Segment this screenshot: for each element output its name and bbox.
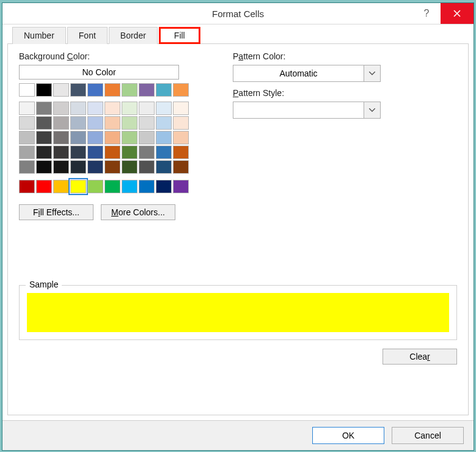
theme-colors-row1 bbox=[19, 83, 202, 97]
color-swatch[interactable] bbox=[173, 180, 189, 193]
title-bar: Format Cells ? bbox=[2, 3, 474, 24]
color-swatch[interactable] bbox=[139, 102, 155, 115]
color-swatch[interactable] bbox=[19, 180, 35, 193]
color-swatch[interactable] bbox=[156, 116, 172, 130]
color-swatch[interactable] bbox=[87, 160, 103, 174]
background-color-label: Background Color: bbox=[19, 51, 202, 61]
color-swatch[interactable] bbox=[70, 83, 86, 97]
color-swatch[interactable] bbox=[139, 116, 155, 130]
pattern-color-value: Automatic bbox=[233, 69, 364, 78]
color-swatch[interactable] bbox=[173, 102, 189, 115]
color-swatch[interactable] bbox=[139, 131, 155, 144]
color-swatch[interactable] bbox=[19, 116, 35, 130]
color-swatch[interactable] bbox=[36, 116, 52, 130]
color-swatch[interactable] bbox=[53, 131, 69, 144]
color-swatch[interactable] bbox=[122, 83, 137, 97]
color-swatch[interactable] bbox=[156, 83, 172, 97]
color-swatch[interactable] bbox=[53, 116, 69, 130]
color-swatch[interactable] bbox=[36, 180, 52, 193]
tab-strip: Number Font Border Fill bbox=[7, 27, 469, 44]
chevron-down-icon bbox=[364, 65, 380, 81]
sample-label: Sample bbox=[26, 280, 62, 289]
color-swatch[interactable] bbox=[122, 116, 137, 130]
fill-panel: Background Color: No Color Fill Effects.… bbox=[7, 43, 469, 415]
pattern-style-dropdown[interactable] bbox=[233, 102, 381, 119]
color-swatch[interactable] bbox=[122, 160, 137, 174]
sample-fieldset: Sample bbox=[19, 285, 457, 340]
color-swatch[interactable] bbox=[70, 131, 86, 144]
color-swatch[interactable] bbox=[173, 83, 189, 97]
color-swatch[interactable] bbox=[36, 102, 52, 115]
color-swatch[interactable] bbox=[173, 131, 189, 144]
color-swatch[interactable] bbox=[139, 160, 155, 174]
cancel-button[interactable]: Cancel bbox=[392, 427, 464, 444]
color-swatch[interactable] bbox=[19, 160, 35, 174]
color-swatch[interactable] bbox=[122, 102, 137, 115]
color-swatch[interactable] bbox=[19, 131, 35, 144]
color-swatch[interactable] bbox=[70, 102, 86, 115]
color-swatch[interactable] bbox=[53, 180, 69, 193]
color-swatch[interactable] bbox=[104, 102, 120, 115]
color-swatch[interactable] bbox=[70, 160, 86, 174]
color-swatch[interactable] bbox=[139, 180, 155, 193]
color-swatch[interactable] bbox=[104, 146, 120, 159]
color-swatch[interactable] bbox=[173, 146, 189, 159]
color-swatch[interactable] bbox=[53, 102, 69, 115]
color-swatch[interactable] bbox=[87, 146, 103, 159]
clear-button[interactable]: Clear bbox=[383, 349, 457, 365]
color-swatch[interactable] bbox=[36, 146, 52, 159]
pattern-color-dropdown[interactable]: Automatic bbox=[233, 65, 381, 82]
color-swatch[interactable] bbox=[104, 160, 120, 174]
color-swatch[interactable] bbox=[19, 102, 35, 115]
color-swatch[interactable] bbox=[87, 102, 103, 115]
color-swatch[interactable] bbox=[156, 146, 172, 159]
format-cells-dialog: Format Cells ? Number Font Border Fill B… bbox=[2, 2, 474, 451]
color-swatch[interactable] bbox=[122, 180, 137, 193]
chevron-down-icon bbox=[364, 102, 380, 118]
color-swatch[interactable] bbox=[70, 146, 86, 159]
color-swatch[interactable] bbox=[104, 131, 120, 144]
pattern-color-label: Pattern Color: bbox=[233, 51, 392, 61]
color-swatch[interactable] bbox=[156, 160, 172, 174]
color-swatch[interactable] bbox=[139, 83, 155, 97]
color-swatch[interactable] bbox=[70, 180, 86, 193]
color-swatch[interactable] bbox=[87, 131, 103, 144]
color-swatch[interactable] bbox=[104, 116, 120, 130]
pattern-style-label: Pattern Style: bbox=[233, 88, 392, 98]
tab-border[interactable]: Border bbox=[109, 27, 158, 44]
theme-colors-shades bbox=[19, 102, 202, 174]
no-color-button[interactable]: No Color bbox=[19, 65, 179, 80]
color-swatch[interactable] bbox=[19, 83, 35, 97]
color-swatch[interactable] bbox=[87, 116, 103, 130]
color-swatch[interactable] bbox=[53, 83, 69, 97]
tab-number[interactable]: Number bbox=[12, 27, 66, 44]
color-swatch[interactable] bbox=[173, 160, 189, 174]
color-swatch[interactable] bbox=[173, 116, 189, 130]
color-swatch[interactable] bbox=[36, 160, 52, 174]
more-colors-button[interactable]: More Colors... bbox=[101, 204, 175, 220]
standard-colors-row bbox=[19, 180, 202, 193]
tab-font[interactable]: Font bbox=[67, 27, 108, 44]
color-swatch[interactable] bbox=[53, 146, 69, 159]
fill-effects-button[interactable]: Fill Effects... bbox=[19, 204, 93, 220]
color-swatch[interactable] bbox=[104, 83, 120, 97]
color-swatch[interactable] bbox=[122, 131, 137, 144]
tab-fill[interactable]: Fill bbox=[159, 27, 200, 44]
color-swatch[interactable] bbox=[87, 180, 103, 193]
color-swatch[interactable] bbox=[104, 180, 120, 193]
color-swatch[interactable] bbox=[156, 180, 172, 193]
color-swatch[interactable] bbox=[139, 146, 155, 159]
color-swatch[interactable] bbox=[156, 102, 172, 115]
color-swatch[interactable] bbox=[122, 146, 137, 159]
color-swatch[interactable] bbox=[87, 83, 103, 97]
ok-button[interactable]: OK bbox=[312, 427, 384, 444]
color-swatch[interactable] bbox=[19, 146, 35, 159]
color-swatch[interactable] bbox=[70, 116, 86, 130]
sample-preview bbox=[27, 293, 449, 332]
window-title: Format Cells bbox=[2, 9, 474, 19]
dialog-footer: OK Cancel bbox=[2, 420, 474, 450]
color-swatch[interactable] bbox=[36, 83, 52, 97]
color-swatch[interactable] bbox=[53, 160, 69, 174]
color-swatch[interactable] bbox=[36, 131, 52, 144]
color-swatch[interactable] bbox=[156, 131, 172, 144]
